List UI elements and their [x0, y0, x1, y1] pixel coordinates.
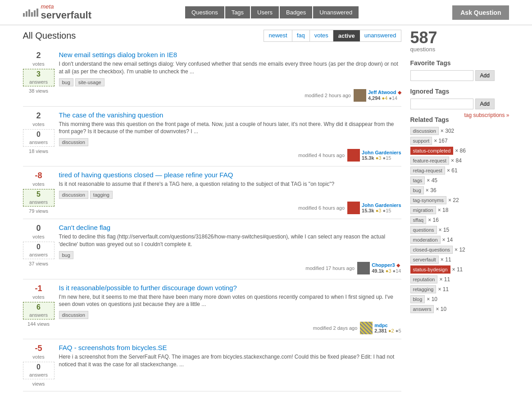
related-tag[interactable]: discussion: [410, 127, 439, 135]
question-link[interactable]: Can't decline flag: [59, 224, 111, 231]
nav-badges[interactable]: Badges: [280, 6, 312, 18]
question-tag[interactable]: bug: [59, 251, 73, 259]
related-tag[interactable]: migration: [410, 206, 436, 214]
favorite-tags-input[interactable]: [410, 70, 473, 81]
gold-badge: ●3: [376, 155, 382, 161]
ask-question-button[interactable]: Ask Question: [452, 5, 509, 20]
question-title: The case of the vanishing question: [59, 111, 401, 119]
user-name[interactable]: John Gardeniers: [362, 150, 401, 155]
related-tag-item: retagging × 11: [410, 285, 509, 293]
ignored-tags-title: Ignored Tags: [410, 88, 509, 95]
related-tags-section: Related Tags discussion × 302 support × …: [410, 116, 509, 313]
votes-label: votes: [32, 61, 44, 67]
user-name[interactable]: mdpc: [374, 323, 387, 328]
related-tag-item: closed-questions × 12: [410, 246, 509, 254]
nav-users[interactable]: Users: [251, 6, 279, 18]
ignored-tags-input[interactable]: [410, 99, 473, 109]
question-tag[interactable]: site-usage: [75, 78, 105, 86]
question-link[interactable]: New email settings dialog broken in IE8: [59, 51, 177, 58]
site-logo[interactable]: meta serverfault: [23, 4, 92, 21]
diamond-icon: ◆: [398, 90, 401, 95]
question-link[interactable]: FAQ - screenshots from bicycles.SE: [59, 344, 167, 351]
answer-count: 0: [25, 243, 52, 251]
user-name[interactable]: Chopper3: [372, 262, 395, 268]
question-link[interactable]: tired of having questions closed — pleas…: [59, 171, 233, 179]
questions-list: 2 votes 3 answers 38 views New email set…: [23, 46, 401, 391]
related-tag[interactable]: status-bydesign: [410, 265, 450, 274]
related-tag-count: × 16: [428, 217, 439, 223]
related-tag-count: × 84: [451, 157, 462, 164]
question-tag[interactable]: discussion: [59, 311, 88, 319]
answers-label: answers: [29, 252, 48, 257]
related-tag[interactable]: serverfault: [410, 256, 439, 264]
answer-count: 3: [25, 70, 52, 78]
user-name[interactable]: Jeff Atwood: [368, 90, 396, 95]
related-tag-count: × 11: [438, 286, 449, 292]
related-tag[interactable]: answers: [410, 305, 434, 313]
related-tag-count: × 61: [447, 167, 458, 174]
related-tag[interactable]: bug: [410, 186, 424, 194]
question-link[interactable]: The case of the vanishing question: [59, 111, 164, 119]
related-tag[interactable]: tag-synonyms: [410, 196, 446, 204]
sort-tab-votes[interactable]: votes: [310, 30, 333, 41]
related-tag-item: discussion × 302: [410, 127, 509, 135]
votes-label: votes: [32, 354, 44, 360]
question-tag[interactable]: bug: [59, 78, 73, 86]
sort-tab-unanswered[interactable]: unanswered: [360, 30, 401, 41]
gold-badge: ●3: [386, 268, 391, 274]
related-tag[interactable]: status-completed: [410, 147, 454, 155]
vote-count: 0: [23, 224, 55, 233]
related-tag[interactable]: sffaq: [410, 216, 427, 224]
modified-time: modified 2 hours ago: [305, 93, 351, 98]
question-title: Is it reasonable/possible to further dis…: [59, 284, 401, 292]
views-count: views: [23, 381, 55, 387]
question-meta: modified 2 days ago mdpc 2,381 ●2 ●5: [59, 322, 401, 334]
related-tag[interactable]: support: [410, 137, 432, 145]
user-rep: 2,381: [374, 328, 387, 333]
related-tag[interactable]: moderation: [410, 236, 441, 244]
related-tag-item: serverfault × 11: [410, 256, 509, 264]
user-info: John Gardeniers 15.3k ●3 ●15: [347, 149, 401, 162]
related-tag[interactable]: feature-request: [410, 157, 450, 165]
nav-tags[interactable]: Tags: [225, 6, 250, 18]
question-stats: -5 votes 0 answers views: [23, 344, 55, 387]
modified-time: modified 6 hours ago: [298, 205, 345, 211]
related-tag[interactable]: tags: [410, 176, 425, 184]
related-tag-count: × 12: [455, 247, 465, 253]
question-meta: modified 4 hours ago John Gardeniers 15.…: [59, 149, 401, 162]
tags-row: discussiontagging: [59, 191, 401, 199]
answers-block: 6 answers: [23, 302, 55, 319]
votes-label: votes: [32, 234, 44, 239]
question-body: tired of having questions closed — pleas…: [59, 171, 401, 214]
answers-block: 0 answers: [23, 129, 55, 147]
votes-block: 2 votes: [23, 111, 55, 127]
question-tag[interactable]: discussion: [59, 191, 88, 199]
related-tag[interactable]: retagging: [410, 285, 437, 293]
related-tag-count: × 302: [441, 128, 454, 134]
question-tag[interactable]: tagging: [90, 191, 113, 199]
question-meta: modified 6 hours ago John Gardeniers 15.…: [59, 202, 401, 214]
avatar: [354, 89, 366, 102]
related-tag[interactable]: reputation: [410, 275, 438, 283]
related-tag[interactable]: retag-request: [410, 166, 445, 175]
related-tag[interactable]: questions: [410, 226, 437, 234]
tag-subscriptions-link[interactable]: tag subscriptions »: [464, 112, 509, 118]
views-count: 18 views: [23, 148, 55, 154]
related-tag[interactable]: closed-questions: [410, 246, 453, 254]
user-name[interactable]: John Gardeniers: [362, 202, 401, 208]
sort-tab-active[interactable]: active: [333, 30, 360, 41]
answer-count: 0: [25, 363, 52, 371]
ignored-tags-add-button[interactable]: Add: [475, 99, 495, 109]
related-tag[interactable]: blog: [410, 295, 425, 303]
nav-unanswered[interactable]: Unanswered: [313, 6, 359, 18]
sort-tab-newest[interactable]: newest: [264, 30, 292, 41]
favorite-tags-add-button[interactable]: Add: [475, 70, 495, 81]
nav-questions[interactable]: Questions: [185, 6, 224, 18]
user-rep: 49.1k: [372, 268, 384, 274]
answers-label: answers: [29, 199, 48, 205]
question-tag[interactable]: discussion: [59, 138, 88, 146]
question-link[interactable]: Is it reasonable/possible to further dis…: [59, 284, 237, 292]
views-count: 79 views: [23, 208, 55, 214]
sort-tab-faq[interactable]: faq: [292, 30, 310, 41]
related-tag-item: blog × 10: [410, 295, 509, 303]
